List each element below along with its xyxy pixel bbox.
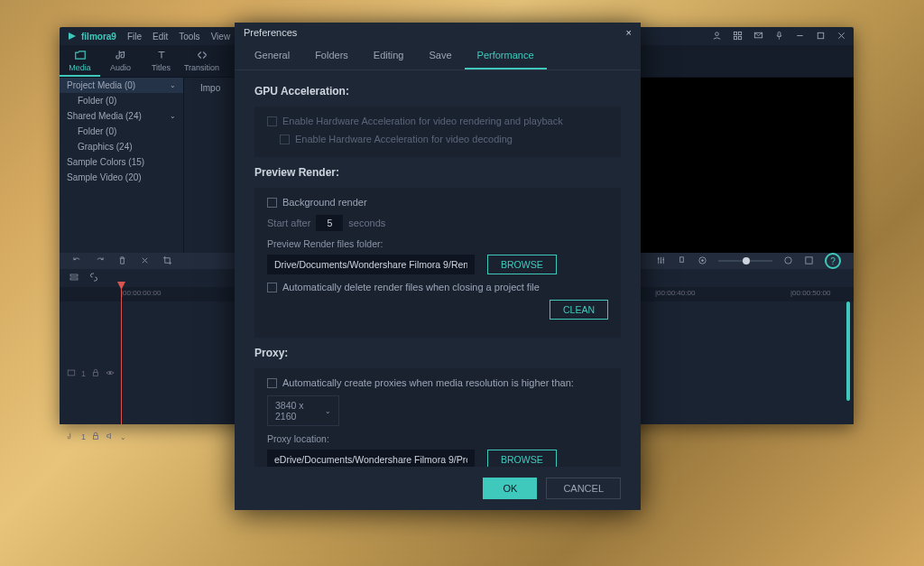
sidebar-item-project-media[interactable]: Project Media (0)⌄ — [60, 78, 183, 93]
sidebar-item-folder-2[interactable]: Folder (0) — [60, 124, 183, 139]
svg-point-16 — [662, 258, 664, 260]
proxy-section: Proxy: Automatically create proxies when… — [254, 347, 621, 467]
svg-rect-8 — [818, 32, 823, 38]
menu-file[interactable]: File — [127, 32, 142, 42]
marker-icon[interactable] — [677, 255, 687, 267]
sidebar-item-sample-colors[interactable]: Sample Colors (15) — [60, 154, 183, 170]
playhead[interactable] — [121, 282, 122, 424]
delete-icon[interactable] — [117, 255, 127, 267]
music-icon — [67, 431, 76, 442]
app-menu: File Edit Tools View — [127, 32, 230, 42]
cut-icon[interactable] — [140, 255, 150, 267]
svg-point-0 — [716, 32, 719, 35]
undo-icon[interactable] — [72, 255, 82, 267]
svg-rect-6 — [778, 32, 781, 37]
seconds-label: seconds — [348, 218, 385, 228]
dialog-tabs: General Folders Editing Save Performance — [235, 42, 641, 70]
svg-point-20 — [785, 256, 791, 263]
render-clean-button[interactable]: CLEAN — [550, 300, 608, 320]
proxy-location-label: Proxy location: — [267, 433, 608, 444]
render-browse-button[interactable]: BROWSE — [487, 255, 557, 274]
proxy-location-input[interactable] — [267, 450, 475, 467]
svg-rect-25 — [94, 373, 98, 376]
grid-icon[interactable] — [733, 31, 743, 42]
lock-icon[interactable] — [91, 431, 100, 442]
render-section-title: Preview Render: — [254, 166, 621, 179]
gpu-section: GPU Acceleration: Enable Hardware Accele… — [254, 85, 621, 157]
start-after-input[interactable] — [316, 215, 343, 231]
menu-view[interactable]: View — [211, 32, 231, 42]
import-label[interactable]: Impo — [200, 83, 220, 93]
tab-folders[interactable]: Folders — [302, 42, 361, 70]
proxy-browse-button[interactable]: BROWSE — [487, 450, 557, 467]
svg-rect-24 — [68, 370, 75, 376]
record-icon[interactable] — [698, 255, 707, 267]
mic-icon[interactable] — [774, 31, 784, 42]
zoom-out-icon[interactable] — [783, 255, 793, 267]
layers-icon[interactable] — [69, 272, 79, 284]
timeline-scrollbar[interactable] — [846, 302, 850, 401]
tab-general[interactable]: General — [242, 42, 302, 70]
svg-rect-22 — [70, 274, 78, 276]
tab-audio[interactable]: Audio — [100, 45, 141, 77]
svg-rect-1 — [734, 32, 736, 34]
tab-titles[interactable]: Titles — [141, 45, 181, 77]
svg-rect-27 — [94, 436, 98, 440]
cancel-button[interactable]: CANCEL — [546, 478, 621, 499]
proxy-resolution-select[interactable]: 3840 x 2160⌄ — [267, 395, 339, 426]
svg-rect-17 — [680, 256, 684, 262]
menu-tools[interactable]: Tools — [179, 32, 199, 42]
app-logo: filmora9 — [67, 31, 116, 42]
svg-point-14 — [658, 257, 660, 259]
render-folder-input[interactable] — [267, 255, 475, 274]
preferences-dialog: Preferences × General Folders Editing Sa… — [235, 23, 641, 510]
crop-icon[interactable] — [162, 255, 172, 267]
speaker-icon[interactable] — [106, 431, 115, 442]
help-icon[interactable]: ? — [825, 253, 841, 269]
zoom-fit-icon[interactable] — [804, 255, 814, 267]
user-icon[interactable] — [712, 31, 722, 42]
render-section: Preview Render: Background render Start … — [254, 166, 621, 338]
auto-delete-render-checkbox[interactable] — [267, 283, 277, 292]
sidebar-item-folder[interactable]: Folder (0) — [60, 93, 183, 108]
svg-rect-3 — [734, 36, 736, 39]
bg-render-checkbox[interactable] — [267, 198, 277, 208]
hw-accel-decode-label: Enable Hardware Acceleration for video d… — [295, 134, 513, 144]
close-icon[interactable] — [836, 31, 846, 42]
zoom-slider[interactable] — [718, 260, 772, 262]
hw-accel-decode-checkbox[interactable] — [280, 135, 290, 144]
menu-edit[interactable]: Edit — [152, 32, 168, 42]
lock-icon[interactable] — [91, 368, 100, 379]
sidebar-item-shared-media[interactable]: Shared Media (24)⌄ — [60, 108, 183, 124]
eye-icon[interactable] — [106, 368, 115, 379]
render-folder-label: Preview Render files folder: — [267, 238, 608, 249]
svg-point-26 — [109, 372, 112, 375]
redo-icon[interactable] — [95, 255, 105, 267]
close-icon[interactable]: × — [626, 27, 632, 38]
tab-editing[interactable]: Editing — [361, 42, 417, 70]
maximize-icon[interactable] — [816, 31, 826, 42]
auto-proxy-label: Automatically create proxies when media … — [282, 377, 574, 388]
sidebar-item-graphics[interactable]: Graphics (24) — [60, 139, 183, 154]
hw-accel-render-checkbox[interactable] — [267, 116, 277, 126]
tab-save[interactable]: Save — [416, 42, 464, 70]
link-icon[interactable] — [88, 272, 99, 284]
image-icon — [67, 368, 76, 379]
dialog-footer: OK CANCEL — [235, 467, 641, 510]
minimize-icon[interactable] — [795, 31, 805, 42]
tab-media[interactable]: Media — [60, 45, 100, 77]
tab-transition[interactable]: Transition — [181, 45, 222, 77]
auto-proxy-checkbox[interactable] — [267, 378, 277, 388]
ok-button[interactable]: OK — [483, 478, 537, 499]
dialog-title: Preferences — [244, 27, 297, 38]
proxy-section-title: Proxy: — [254, 347, 621, 359]
svg-rect-21 — [806, 256, 812, 263]
svg-rect-2 — [738, 32, 741, 34]
sidebar-item-sample-video[interactable]: Sample Video (20) — [60, 170, 183, 185]
mixer-icon[interactable] — [656, 255, 666, 267]
svg-point-19 — [701, 259, 704, 262]
message-icon[interactable] — [753, 31, 763, 42]
dialog-body: GPU Acceleration: Enable Hardware Accele… — [235, 70, 641, 467]
auto-delete-render-label: Automatically delete render files when c… — [282, 282, 540, 292]
tab-performance[interactable]: Performance — [465, 42, 547, 70]
